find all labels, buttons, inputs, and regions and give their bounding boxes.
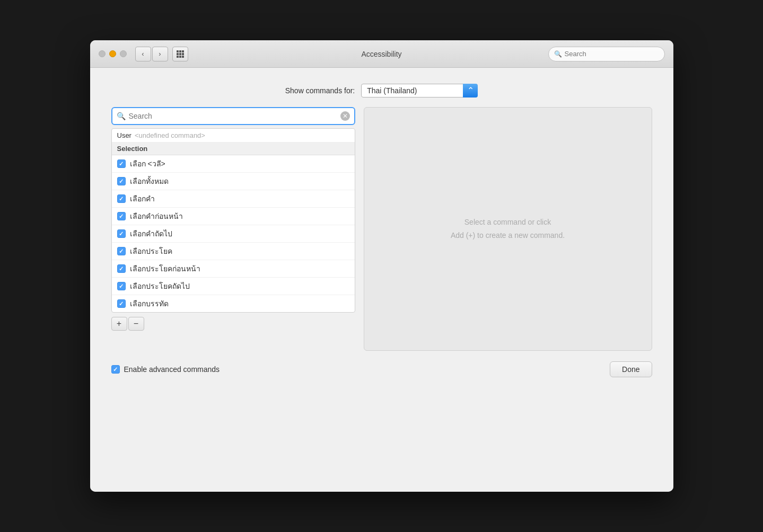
search-icon: 🔍 — [117, 112, 126, 120]
forward-button[interactable]: › — [152, 47, 168, 61]
commands-list: User <undefined command> Selection ✓ เลื… — [111, 128, 355, 313]
list-item[interactable]: ✓ เลือก <วลี> — [112, 155, 355, 173]
content-area: Show commands for: Thai (Thailand) ⌃ 🔍 ✕ — [90, 68, 673, 492]
user-row[interactable]: User <undefined command> — [112, 129, 355, 143]
titlebar-search-icon: 🔍 — [554, 50, 562, 58]
back-button[interactable]: ‹ — [135, 47, 151, 61]
show-commands-row: Show commands for: Thai (Thailand) ⌃ — [111, 84, 652, 97]
checkbox-2[interactable]: ✓ — [117, 194, 126, 203]
list-item[interactable]: ✓ เลือกประโยค — [112, 243, 355, 260]
checkmark-icon: ✓ — [119, 213, 124, 220]
clear-search-button[interactable]: ✕ — [340, 111, 350, 121]
window-title: Accessibility — [361, 50, 401, 58]
checkmark-icon: ✓ — [119, 230, 124, 237]
undefined-command-placeholder: <undefined command> — [135, 131, 205, 139]
checkmark-icon: ✓ — [113, 366, 118, 373]
checkmark-icon: ✓ — [119, 265, 124, 272]
nav-buttons: ‹ › — [135, 47, 168, 61]
checkbox-4[interactable]: ✓ — [117, 229, 126, 238]
checkmark-icon: ✓ — [119, 196, 124, 202]
hint-line-1: Select a command or click — [451, 216, 565, 229]
checkmark-icon: ✓ — [119, 248, 124, 255]
right-panel: Select a command or click Add (+) to cre… — [364, 107, 652, 351]
command-label-8: เลือกบรรทัด — [130, 298, 169, 309]
main-area: 🔍 ✕ User <undefined command> Selection — [111, 107, 652, 351]
command-label-6: เลือกประโยคก่อนหน้า — [130, 263, 200, 274]
checkbox-3[interactable]: ✓ — [117, 212, 126, 220]
grid-menu-button[interactable] — [172, 47, 188, 61]
checkbox-0[interactable]: ✓ — [117, 159, 126, 168]
list-item[interactable]: ✓ เลือกทั้งหมด — [112, 173, 355, 190]
command-label-3: เลือกคำก่อนหน้า — [130, 210, 183, 222]
search-bar[interactable]: 🔍 ✕ — [111, 107, 355, 125]
command-label-4: เลือกคำถัดไป — [130, 228, 172, 240]
titlebar-search-input[interactable] — [565, 50, 659, 58]
list-item[interactable]: ✓ เลือกประโยคถัดไป — [112, 278, 355, 295]
traffic-lights — [99, 50, 127, 57]
selection-group-header: Selection — [112, 143, 355, 155]
footer-row: ✓ Enable advanced commands Done — [111, 361, 652, 377]
minimize-button[interactable] — [109, 50, 116, 57]
checkbox-5[interactable]: ✓ — [117, 247, 126, 255]
show-commands-label: Show commands for: — [285, 86, 355, 95]
command-label-5: เลือกประโยค — [130, 245, 172, 257]
window: ‹ › Accessibility 🔍 Show commands for: T… — [90, 40, 673, 492]
command-label-1: เลือกทั้งหมด — [130, 175, 169, 187]
list-item[interactable]: ✓ เลือกประโยคก่อนหน้า — [112, 260, 355, 278]
enable-advanced-label: Enable advanced commands — [124, 365, 220, 374]
commands-dropdown[interactable]: Thai (Thailand) — [361, 84, 478, 97]
checkbox-8[interactable]: ✓ — [117, 299, 126, 308]
grid-icon — [177, 50, 184, 58]
enable-advanced-row: ✓ Enable advanced commands — [111, 365, 220, 374]
left-panel: 🔍 ✕ User <undefined command> Selection — [111, 107, 355, 351]
add-command-button[interactable]: + — [111, 317, 127, 331]
checkmark-icon: ✓ — [119, 300, 124, 307]
checkbox-7[interactable]: ✓ — [117, 282, 126, 290]
checkmark-icon: ✓ — [119, 161, 124, 167]
list-item[interactable]: ✓ เลือกบรรทัด — [112, 295, 355, 312]
done-button[interactable]: Done — [610, 361, 652, 377]
hint-line-2: Add (+) to create a new command. — [451, 229, 565, 242]
checkbox-1[interactable]: ✓ — [117, 177, 126, 185]
command-hint: Select a command or click Add (+) to cre… — [451, 216, 565, 242]
dropdown-wrapper: Thai (Thailand) ⌃ — [361, 84, 478, 97]
list-item[interactable]: ✓ เลือกคำ — [112, 190, 355, 208]
bottom-buttons: + − — [111, 317, 355, 331]
user-label: User — [117, 131, 131, 139]
checkbox-6[interactable]: ✓ — [117, 264, 126, 273]
maximize-button[interactable] — [120, 50, 127, 57]
remove-command-button[interactable]: − — [128, 317, 144, 331]
enable-advanced-checkbox[interactable]: ✓ — [111, 365, 120, 374]
close-button[interactable] — [99, 50, 106, 57]
checkmark-icon: ✓ — [119, 283, 124, 290]
command-label-0: เลือก <วลี> — [130, 158, 165, 170]
list-item[interactable]: ✓ เลือกคำถัดไป — [112, 225, 355, 243]
list-item[interactable]: ✓ เลือกคำก่อนหน้า — [112, 208, 355, 225]
search-input[interactable] — [129, 112, 340, 120]
checkmark-icon: ✓ — [119, 178, 124, 185]
titlebar-search-bar[interactable]: 🔍 — [548, 47, 665, 61]
command-label-2: เลือกคำ — [130, 193, 155, 205]
command-label-7: เลือกประโยคถัดไป — [130, 280, 190, 292]
titlebar: ‹ › Accessibility 🔍 — [90, 40, 673, 68]
